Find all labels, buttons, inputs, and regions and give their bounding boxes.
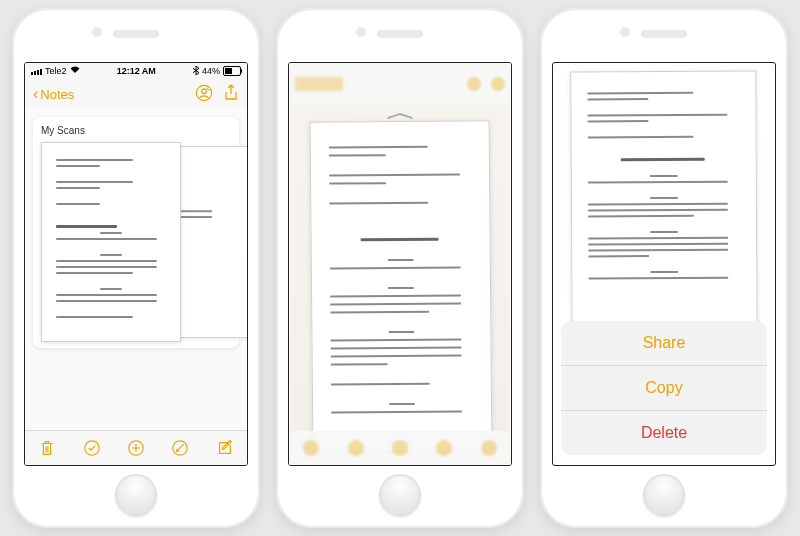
cellular-signal-icon [31, 67, 42, 75]
attachment-title: My Scans [39, 123, 233, 142]
svg-point-1 [202, 88, 207, 93]
phone-scan-preview [276, 8, 524, 528]
home-button[interactable] [115, 474, 157, 516]
home-button[interactable] [379, 474, 421, 516]
screen-3: Share Copy Delete [552, 62, 776, 466]
trash-button[interactable] [38, 439, 56, 457]
status-bar: Tele2 12:12 AM 44% [25, 63, 247, 79]
checklist-button[interactable] [83, 439, 101, 457]
action-delete[interactable]: Delete [561, 410, 767, 455]
wifi-icon [70, 66, 80, 76]
compose-button[interactable] [216, 439, 234, 457]
bluetooth-icon [193, 66, 199, 77]
svg-point-3 [84, 441, 98, 455]
add-people-button[interactable] [195, 84, 213, 105]
screen-1: Tele2 12:12 AM 44% ‹ No [24, 62, 248, 466]
back-label: Notes [40, 87, 74, 102]
scan-thumbnails[interactable] [41, 142, 231, 342]
battery-icon [223, 66, 241, 76]
blurred-nav-bar [289, 63, 511, 105]
scan-page-full-preview[interactable] [310, 120, 493, 452]
carrier-label: Tele2 [45, 66, 67, 76]
action-share[interactable]: Share [561, 321, 767, 365]
share-button[interactable] [223, 84, 239, 105]
toolbar-bottom [25, 430, 247, 465]
screen-2 [288, 62, 512, 466]
status-right: 44% [193, 66, 241, 77]
scan-page-1[interactable] [41, 142, 181, 342]
back-button[interactable]: ‹ Notes [33, 86, 74, 102]
battery-pct: 44% [202, 66, 220, 76]
nav-bar: ‹ Notes [25, 79, 247, 110]
clock: 12:12 AM [117, 66, 156, 76]
status-left: Tele2 [31, 66, 80, 76]
chevron-left-icon: ‹ [33, 86, 38, 102]
phone-scan-actions: Share Copy Delete [540, 8, 788, 528]
phone-notes-editor: Tele2 12:12 AM 44% ‹ No [12, 8, 260, 528]
blurred-toolbar [289, 431, 511, 465]
action-copy[interactable]: Copy [561, 365, 767, 410]
draw-button[interactable] [171, 439, 189, 457]
note-body[interactable]: My Scans [25, 109, 247, 431]
sheet-grabber-icon[interactable] [387, 113, 413, 119]
add-button[interactable] [127, 439, 145, 457]
scan-attachment-card[interactable]: My Scans [33, 117, 239, 348]
action-sheet: Share Copy Delete [561, 321, 767, 455]
home-button[interactable] [643, 474, 685, 516]
